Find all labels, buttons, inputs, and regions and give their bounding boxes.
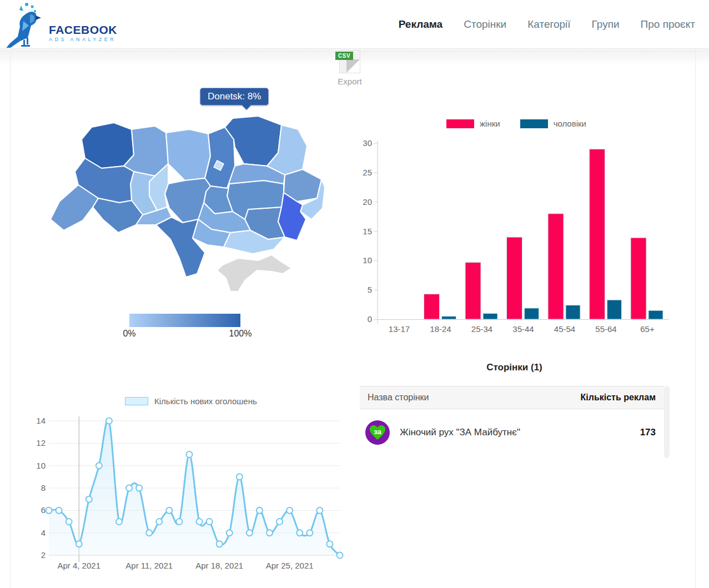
line-point-day-30[interactable] [337, 552, 343, 559]
line-point-day-26[interactable] [296, 530, 303, 536]
bar-жінки-25-34[interactable] [465, 263, 481, 319]
line-point-day-25[interactable] [286, 507, 293, 514]
nav-item-0[interactable]: Реклама [399, 18, 443, 31]
line-x-tick-label-2: Apr 18, 2021 [195, 561, 243, 570]
export-label: Export [332, 77, 368, 86]
bar-чоловіки-45-54[interactable] [566, 305, 580, 319]
logo-title: FACEBOOK [49, 24, 117, 36]
bar-жінки-18-24[interactable] [424, 294, 440, 319]
ukraine-map [47, 114, 325, 303]
line-point-day-23[interactable] [266, 530, 273, 536]
logo-bird-icon [4, 1, 48, 50]
bar-y-tick-label: 10 [363, 255, 372, 265]
bar-чоловіки-18-24[interactable] [442, 316, 456, 319]
page-ads-count: 173 [640, 427, 664, 438]
svg-text:за: за [374, 428, 381, 436]
line-point-day-12[interactable] [156, 519, 162, 525]
map-legend-gradient [129, 314, 240, 327]
map-legend-max-label: 100% [229, 329, 252, 339]
line-point-day-5[interactable] [86, 496, 92, 502]
map-region-crimea[interactable] [217, 255, 291, 292]
map-tooltip-text: Donetsk: 8% [208, 91, 261, 102]
bar-чоловіки-65+[interactable] [648, 310, 663, 319]
line-point-day-1[interactable] [46, 507, 52, 514]
line-x-tick-label-0: Apr 4, 2021 [57, 561, 100, 570]
line-y-tick-label: 8 [41, 483, 46, 492]
line-x-tick-label-1: Apr 11, 2021 [125, 561, 173, 570]
line-point-day-15[interactable] [186, 451, 192, 458]
map-legend-min-label: 0% [123, 329, 135, 339]
line-point-day-11[interactable] [146, 530, 152, 536]
export-csv-button[interactable]: CSV Export [332, 50, 368, 86]
bar-x-label-4: 45-54 [554, 324, 575, 334]
page-avatar: за [365, 420, 390, 445]
bar-x-label-6: 65+ [640, 324, 655, 334]
line-y-tick-label: 6 [41, 505, 46, 515]
line-y-tick-label: 2 [41, 550, 46, 560]
column-header-page-name: Назва сторінки [360, 393, 581, 403]
bar-чоловіки-25-34[interactable] [483, 313, 497, 319]
line-point-day-4[interactable] [76, 541, 82, 547]
bar-y-tick-label: 25 [363, 168, 372, 177]
line-point-day-18[interactable] [217, 541, 223, 547]
bar-чоловіки-55-64[interactable] [607, 300, 622, 319]
map-tooltip-arrow-icon [242, 101, 252, 110]
line-y-tick-label: 10 [36, 461, 46, 470]
line-point-day-20[interactable] [237, 474, 243, 480]
line-point-day-27[interactable] [306, 530, 313, 536]
bar-жінки-45-54[interactable] [548, 214, 564, 319]
nav-item-2[interactable]: Категорії [527, 18, 570, 31]
line-y-tick-label: 14 [36, 416, 46, 425]
line-point-day-13[interactable] [166, 507, 172, 514]
table-scrollbar[interactable] [664, 386, 670, 458]
line-point-day-29[interactable] [326, 541, 333, 547]
bar-жінки-55-64[interactable] [590, 149, 605, 319]
bar-жінки-35-44[interactable] [507, 237, 522, 319]
line-point-day-22[interactable] [257, 507, 263, 514]
bar-x-label-0: 13-17 [389, 324, 410, 334]
bar-x-label-5: 55-64 [595, 324, 616, 334]
line-point-day-16[interactable] [197, 519, 203, 525]
line-y-tick-label: 12 [36, 438, 46, 448]
line-point-day-10[interactable] [136, 485, 142, 491]
line-point-day-21[interactable] [247, 530, 253, 536]
bar-x-label-3: 35-44 [512, 324, 534, 334]
bar-жінки-65+[interactable] [631, 238, 646, 319]
nav-item-3[interactable]: Групи [592, 18, 620, 31]
line-point-day-19[interactable] [227, 530, 233, 536]
line-point-day-2[interactable] [56, 507, 62, 514]
main-nav: РекламаСторінкиКатегоріїГрупиПро проєкт [399, 0, 695, 49]
line-point-day-3[interactable] [66, 519, 72, 525]
line-point-day-9[interactable] [126, 485, 132, 491]
map-region-2[interactable] [166, 129, 210, 180]
csv-file-icon: CSV [339, 50, 360, 73]
bar-x-label-1: 18-24 [430, 324, 451, 334]
bar-y-tick-label: 20 [363, 197, 372, 207]
line-point-day-28[interactable] [316, 507, 323, 514]
table-row[interactable]: заЖіночий рух "ЗА Майбутнє"173 [360, 409, 664, 456]
new-ads-line-chart: 2468101214Apr 4, 2021Apr 11, 2021Apr 18,… [33, 394, 344, 577]
line-point-day-7[interactable] [106, 418, 112, 424]
line-y-tick-label: 4 [41, 528, 46, 537]
nav-item-4[interactable]: Про проєкт [641, 18, 695, 31]
logo[interactable]: FACEBOOK ADS ANALYZER [4, 1, 117, 50]
bar-чоловіки-35-44[interactable] [525, 308, 539, 319]
page-name[interactable]: Жіночий рух "ЗА Майбутнє" [400, 427, 640, 438]
bar-y-tick-label: 5 [368, 285, 372, 294]
line-point-day-6[interactable] [96, 463, 102, 469]
line-point-day-8[interactable] [116, 519, 122, 525]
bar-x-label-2: 25-34 [471, 324, 492, 334]
content-left-edge [10, 49, 11, 588]
line-point-day-14[interactable] [176, 519, 182, 525]
line-point-day-24[interactable] [276, 519, 283, 525]
bar-y-tick-label: 15 [363, 227, 372, 236]
line-point-day-17[interactable] [207, 519, 213, 525]
map-tooltip: Donetsk: 8% [200, 88, 269, 105]
column-header-ads-count: Кількість реклам [581, 393, 664, 403]
line-x-tick-label-3: Apr 25, 2021 [266, 561, 314, 570]
nav-item-1[interactable]: Сторінки [464, 18, 506, 31]
pages-table: Назва сторінки Кількість реклам заЖіночи… [360, 386, 664, 456]
csv-badge: CSV [335, 52, 353, 60]
pages-table-body: заЖіночий рух "ЗА Майбутнє"173 [360, 409, 664, 456]
bar-y-tick-label: 0 [368, 314, 372, 324]
